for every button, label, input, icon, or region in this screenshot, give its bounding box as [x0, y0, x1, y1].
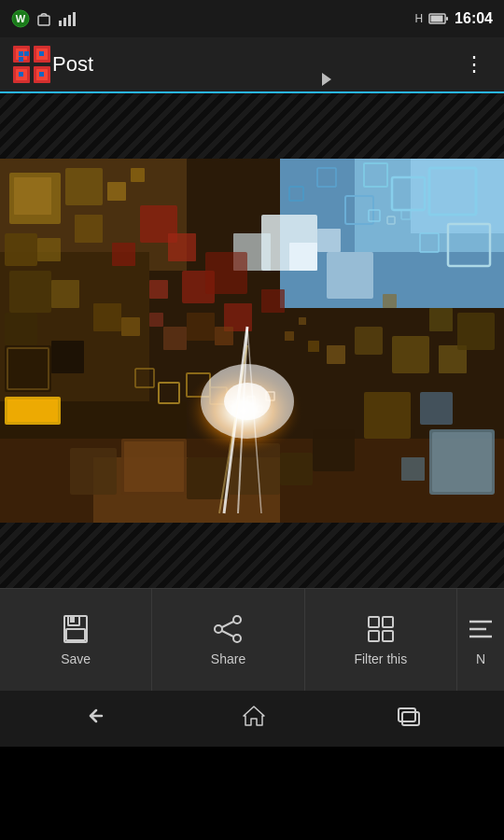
status-right-icons: H 16:04 [414, 10, 493, 27]
svg-point-123 [215, 625, 222, 633]
svg-rect-105 [299, 317, 306, 325]
svg-rect-91 [383, 294, 397, 308]
svg-rect-4 [63, 18, 66, 26]
recent-apps-button[interactable] [382, 697, 436, 740]
bag-icon [35, 10, 52, 27]
svg-rect-58 [9, 271, 51, 313]
svg-rect-127 [369, 617, 379, 627]
app-bar: Post ⋮ [0, 37, 504, 93]
svg-rect-93 [124, 441, 184, 492]
svg-rect-47 [289, 243, 317, 271]
svg-rect-89 [355, 327, 383, 355]
svg-rect-3 [59, 21, 62, 26]
filter-button[interactable]: Filter this [305, 589, 457, 691]
svg-rect-23 [19, 72, 23, 77]
overflow-menu-button[interactable]: ⋮ [456, 45, 493, 84]
svg-rect-66 [205, 252, 247, 294]
svg-rect-62 [168, 233, 196, 261]
main-image [0, 159, 504, 523]
svg-rect-81 [432, 432, 492, 492]
svg-rect-19 [19, 51, 23, 56]
svg-rect-48 [327, 252, 373, 299]
svg-rect-83 [420, 392, 453, 425]
home-button[interactable] [226, 696, 282, 741]
svg-rect-128 [383, 617, 393, 627]
next-icon [466, 614, 496, 644]
svg-rect-74 [93, 303, 121, 331]
app-notification-icon: W [11, 9, 30, 28]
svg-rect-84 [364, 392, 411, 439]
share-icon [213, 614, 243, 644]
svg-rect-129 [369, 631, 379, 641]
svg-rect-87 [429, 308, 453, 331]
next-button[interactable]: N [457, 589, 504, 691]
svg-rect-57 [131, 168, 145, 182]
svg-rect-20 [19, 57, 23, 62]
svg-rect-75 [121, 317, 140, 336]
status-left-icons: W [11, 9, 77, 28]
svg-rect-77 [163, 327, 187, 350]
battery-icon [428, 12, 449, 25]
svg-rect-98 [70, 448, 117, 495]
share-button[interactable]: Share [152, 589, 304, 691]
svg-rect-8 [431, 16, 443, 22]
svg-rect-52 [65, 168, 103, 205]
h-indicator: H [414, 12, 423, 25]
svg-rect-135 [402, 712, 419, 725]
recent-apps-icon [397, 705, 421, 727]
save-icon [61, 614, 91, 644]
svg-rect-88 [457, 313, 495, 350]
next-label: N [476, 651, 485, 666]
status-bar: W H 16:04 [0, 0, 504, 37]
bottom-stripe-area [0, 523, 504, 588]
filter-icon [366, 614, 396, 644]
svg-rect-71 [51, 341, 84, 373]
svg-rect-53 [75, 215, 103, 243]
svg-rect-49 [317, 229, 341, 252]
svg-line-126 [222, 631, 233, 637]
svg-rect-78 [187, 313, 215, 341]
filter-label: Filter this [354, 651, 407, 666]
svg-rect-130 [383, 631, 393, 641]
app-title: Post [52, 52, 456, 77]
status-time: 16:04 [455, 10, 493, 27]
share-label: Share [211, 651, 245, 666]
toolbar: Save Share Filter this N [0, 588, 504, 691]
back-icon [83, 705, 111, 727]
svg-rect-22 [39, 51, 44, 56]
home-icon [241, 704, 267, 728]
svg-rect-69 [5, 345, 51, 392]
svg-rect-9 [446, 17, 448, 21]
svg-line-125 [222, 622, 233, 627]
svg-rect-65 [149, 280, 168, 299]
svg-rect-134 [399, 708, 415, 721]
svg-rect-76 [149, 313, 163, 327]
svg-rect-68 [261, 289, 285, 313]
svg-rect-6 [73, 12, 76, 26]
svg-rect-73 [7, 399, 58, 422]
save-button[interactable]: Save [0, 589, 152, 691]
svg-point-122 [233, 616, 241, 623]
svg-rect-121 [70, 617, 75, 623]
svg-point-117 [224, 383, 271, 420]
mosaic-artwork [0, 159, 504, 523]
save-label: Save [61, 651, 91, 666]
svg-rect-60 [5, 313, 37, 345]
svg-rect-79 [215, 327, 233, 345]
svg-rect-21 [24, 51, 29, 56]
svg-rect-24 [39, 72, 44, 77]
svg-rect-82 [401, 457, 425, 481]
svg-rect-5 [68, 15, 71, 26]
play-indicator [322, 73, 331, 86]
back-button[interactable] [68, 697, 126, 740]
svg-rect-54 [5, 233, 37, 266]
svg-rect-106 [308, 341, 319, 352]
svg-text:W: W [16, 13, 26, 24]
signal-bars-icon [58, 11, 77, 26]
svg-rect-63 [112, 243, 135, 266]
svg-rect-51 [14, 177, 51, 215]
navigation-bar [0, 691, 504, 747]
svg-rect-2 [38, 16, 49, 25]
svg-rect-104 [285, 331, 294, 341]
svg-rect-55 [37, 238, 61, 261]
